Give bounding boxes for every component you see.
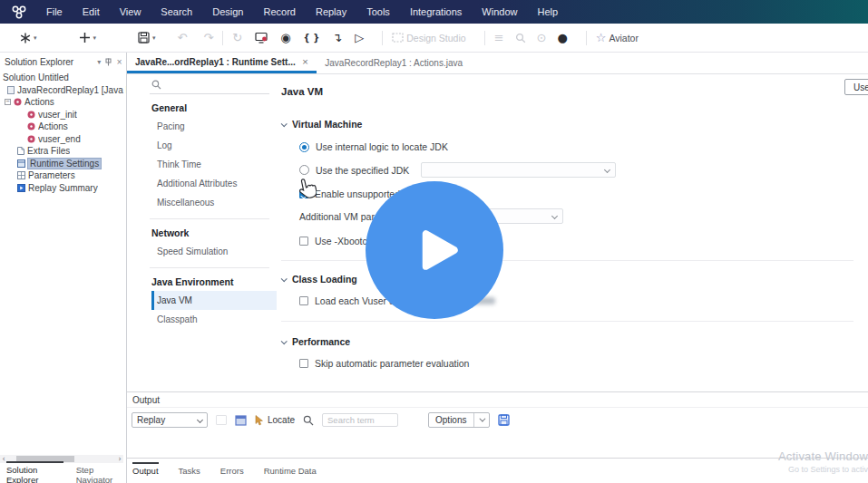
section-performance-title: Performance	[292, 336, 350, 347]
format-lines-icon[interactable]: ≡	[494, 32, 504, 43]
check-row-unsupported-java[interactable]: Enable unsupported Java versions	[281, 188, 853, 199]
show-window-icon[interactable]	[235, 415, 247, 426]
vm-params-row[interactable]: Additional VM parameters	[281, 208, 853, 224]
tree-item-replay-summary[interactable]: Replay Summary	[0, 182, 126, 195]
save-button[interactable]: ▾	[138, 32, 156, 43]
section-virtual-machine[interactable]: Virtual Machine	[281, 119, 853, 130]
nav-item-additional-attributes[interactable]: Additional Attributes	[151, 174, 269, 193]
record-icon[interactable]: ◉	[280, 32, 290, 43]
new-script-button[interactable]: ▾	[20, 33, 37, 43]
tab-solution-explorer[interactable]: Solution Explorer	[6, 465, 63, 483]
runtime-settings-icon	[17, 159, 25, 168]
tab-errors[interactable]: Errors	[220, 466, 244, 476]
nav-item-pacing[interactable]: Pacing	[151, 117, 269, 136]
tab-actions-java[interactable]: JavaRecordReplay1 : Actions.java	[317, 53, 471, 73]
section-performance[interactable]: Performance	[281, 336, 853, 347]
tab-runtime-data[interactable]: Runtime Data	[264, 466, 317, 476]
tree-item-solution[interactable]: Solution Untitled	[0, 72, 126, 84]
section-class-loading[interactable]: Class Loading	[281, 274, 853, 285]
menu-window[interactable]: Window	[472, 0, 527, 24]
radio-internal-jdk[interactable]	[299, 142, 309, 152]
menu-view[interactable]: View	[110, 0, 151, 24]
checkbox-xbootclasspath[interactable]	[299, 237, 308, 246]
tree-item-parameters[interactable]: Parameters	[0, 169, 126, 182]
search-code-icon[interactable]	[515, 33, 526, 43]
options-button[interactable]: Options	[428, 412, 489, 428]
menu-help[interactable]: Help	[527, 0, 568, 24]
radio-specified-jdk[interactable]	[299, 165, 309, 175]
chevron-down-icon: ▾	[152, 34, 156, 42]
output-search-input[interactable]	[322, 413, 398, 427]
add-button[interactable]: ▾	[79, 32, 97, 43]
menu-replay[interactable]: Replay	[306, 0, 356, 24]
panel-chevron-icon[interactable]: ▾	[97, 58, 101, 66]
menu-search[interactable]: Search	[151, 0, 202, 24]
hand-cursor-icon	[297, 178, 317, 199]
settings-nav: General Pacing Log Think Time Additional…	[150, 76, 269, 335]
step-run-icon[interactable]: ↴	[332, 32, 342, 43]
menu-record[interactable]: Record	[253, 0, 305, 24]
design-studio-button[interactable]: Design Studio	[392, 33, 465, 43]
save-output-icon[interactable]	[498, 414, 510, 426]
tab-runtime-settings-label: JavaRe...ordReplay1 : Runtime Sett...	[135, 57, 296, 67]
tab-runtime-settings[interactable]: JavaRe...ordReplay1 : Runtime Sett... ×	[127, 53, 317, 73]
replay-play-icon[interactable]: ▷	[355, 32, 364, 43]
menu-file[interactable]: File	[36, 0, 73, 24]
dark-circle-icon[interactable]: ●	[557, 32, 567, 43]
radio-row-internal-jdk[interactable]: Use internal logic to locate JDK	[281, 141, 853, 152]
search-icon[interactable]	[303, 415, 314, 426]
tab-step-navigator[interactable]: Step Navigator	[76, 465, 125, 483]
checkbox-load-vuser[interactable]	[299, 296, 308, 305]
output-mode-select[interactable]: Replay	[132, 412, 208, 428]
use-defaults-button[interactable]: Use	[844, 79, 868, 95]
radio-row-specified-jdk[interactable]: Use the specified JDK	[281, 162, 853, 178]
pin-icon[interactable]	[105, 58, 112, 66]
redo-icon[interactable]: ↷	[203, 32, 213, 43]
tree-item-extra-files[interactable]: Extra Files	[0, 145, 126, 158]
nav-item-java-vm[interactable]: Java VM	[151, 291, 277, 310]
aviator-button[interactable]: ☆ Aviator	[596, 32, 639, 43]
tree-item-project[interactable]: JavaRecordReplay1 [Java Record Replay	[0, 84, 126, 97]
tree-item-actions-group[interactable]: − Actions	[0, 96, 126, 109]
actions-icon	[14, 98, 22, 106]
code-braces-icon[interactable]: { }	[304, 34, 320, 43]
check-row-skip-param[interactable]: Skip automatic parameter evaluation	[281, 358, 853, 369]
scroll-right-icon[interactable]: ›	[116, 455, 123, 463]
specified-jdk-dropdown[interactable]	[421, 162, 616, 178]
tab-close-icon[interactable]: ×	[302, 57, 309, 66]
checkbox-skip-param[interactable]	[299, 359, 308, 368]
menu-edit[interactable]: Edit	[73, 0, 110, 24]
tree-item-vuser-init[interactable]: vuser_init	[0, 109, 126, 121]
locate-button[interactable]: Locate	[255, 415, 295, 426]
nav-item-log[interactable]: Log	[151, 136, 269, 155]
nav-item-think-time[interactable]: Think Time	[151, 155, 269, 174]
nav-item-classpath[interactable]: Classpath	[151, 310, 269, 329]
target-icon[interactable]: ⊙	[537, 32, 547, 43]
nav-item-miscellaneous[interactable]: Miscellaneous	[151, 193, 269, 212]
check-row-load-vuser[interactable]: Load each Vuser usi	[281, 295, 853, 306]
record-screen-icon[interactable]	[255, 32, 268, 43]
action-icon	[27, 135, 35, 143]
tree-item-actions[interactable]: Actions	[0, 121, 126, 133]
settings-search[interactable]	[150, 76, 269, 94]
undo-icon[interactable]: ↶	[178, 32, 188, 43]
section-class-loading-title: Class Loading	[292, 274, 357, 285]
menu-tools[interactable]: Tools	[356, 0, 400, 24]
menu-bar: File Edit View Search Design Record Repl…	[0, 0, 868, 24]
tab-output[interactable]: Output	[132, 466, 159, 476]
menu-design[interactable]: Design	[202, 0, 253, 24]
regenerate-icon[interactable]: ↻	[232, 32, 242, 43]
chevron-down-icon	[281, 121, 288, 127]
collapse-icon[interactable]: −	[5, 99, 11, 105]
extra-files-label: Extra Files	[27, 146, 70, 156]
menu-integrations[interactable]: Integrations	[400, 0, 472, 24]
options-label: Options	[429, 415, 473, 425]
tab-tasks[interactable]: Tasks	[179, 466, 200, 476]
video-play-overlay[interactable]	[366, 181, 503, 319]
nav-item-speed-simulation[interactable]: Speed Simulation	[151, 242, 269, 261]
watermark-line1: Activate Window	[778, 449, 868, 463]
tree-item-vuser-end[interactable]: vuser_end	[0, 133, 126, 146]
bottom-tabs: Output Tasks Errors Runtime Data	[127, 458, 868, 483]
tree-item-runtime-settings[interactable]: Runtime Settings	[0, 158, 126, 170]
close-icon[interactable]: ×	[116, 58, 122, 66]
